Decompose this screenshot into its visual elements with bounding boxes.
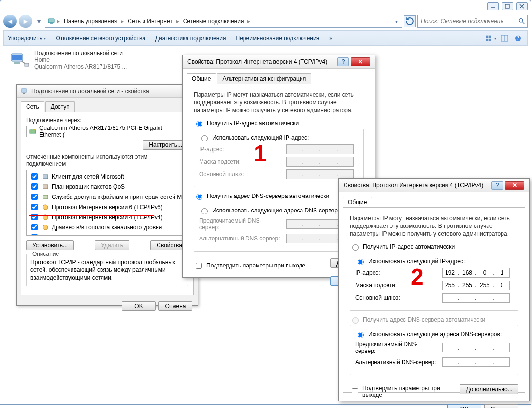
minimize-button[interactable] [487,2,499,10]
list-item[interactable]: Ответчик обнаружения топологии канальног… [27,232,188,236]
cancel-button[interactable]: Отмена [158,301,192,311]
breadcrumb[interactable]: Панель управления [62,18,119,25]
tab-access[interactable]: Доступ [45,101,75,112]
checkbox[interactable] [31,214,38,220]
components-label: Отмеченные компоненты используются этим … [26,154,188,167]
svg-rect-7 [489,36,491,38]
list-item[interactable]: Клиент для сетей Microsoft [27,171,188,182]
breadcrumb[interactable]: Сеть и Интернет [126,18,174,25]
ip-input: ... [286,144,354,154]
network-icon [21,87,29,95]
dns2-input[interactable]: ... [442,357,510,367]
search-icon[interactable] [518,18,525,25]
dialog-title: Подключение по локальной сети - свойства [31,88,149,95]
svg-point-26 [43,205,48,210]
checkbox[interactable] [31,194,38,200]
preview-pane-button[interactable] [499,33,510,43]
protocol-icon [42,204,49,211]
radio-manual-ip[interactable]: Использовать следующий IP-адрес: [199,134,359,141]
adapter-box: Qualcomm Atheros AR8171/8175 PCI-E Gigab… [26,126,188,137]
list-item[interactable]: Планировщик пакетов QoS [27,182,188,192]
ok-button[interactable]: OK [447,404,481,408]
checkbox[interactable] [31,183,38,190]
close-button[interactable]: ✕ [505,181,524,190]
gateway-input[interactable]: ... [442,293,510,303]
search-input[interactable] [420,17,518,25]
svg-rect-19 [23,93,25,94]
list-item[interactable]: Служба доступа к файлам и принтерам сете… [27,192,188,202]
organize-menu[interactable]: Упорядочить▾ [8,35,46,42]
radio-manual-dns[interactable]: Использовать следующие адреса DNS-сервер… [355,330,513,338]
list-item[interactable]: Драйвер в/в тополога канального уровня [27,222,188,232]
rename-button[interactable]: Переименование подключения [236,35,320,42]
diagnose-button[interactable]: Диагностика подключения [155,35,226,42]
close-button[interactable]: ✕ [351,57,370,66]
svg-rect-23 [43,175,48,179]
checkbox[interactable] [31,173,38,180]
mask-label: Маска подсети: [355,282,437,289]
radio-auto-ip[interactable]: Получить IP-адрес автоматически [350,243,518,251]
close-button[interactable] [516,2,528,10]
dialog-title-bar[interactable]: Свойства: Протокол Интернета версии 4 (T… [339,179,529,192]
connection-name: Подключение по локальной сети [34,50,127,56]
mask-input[interactable]: 255.255.255.0 [442,281,510,290]
address-dropdown-icon[interactable]: ▾ [393,19,400,24]
svg-point-29 [43,235,48,236]
checkbox[interactable] [31,234,38,236]
address-bar[interactable]: ▶ Панель управления ▶ Сеть и Интернет ▶ … [45,15,402,28]
dialog-title-bar[interactable]: Подключение по локальной сети - свойства [17,85,198,98]
ip-label: IP-адрес: [199,146,281,153]
checkbox[interactable] [31,204,38,210]
tab-alternative[interactable]: Альтернативная конфигурация [217,73,311,84]
svg-rect-15 [12,55,22,60]
radio-manual-dns[interactable]: Использовать следующие адреса DNS-сервер… [199,207,359,214]
help-button[interactable]: ? [491,181,503,190]
components-list[interactable]: Клиент для сетей Microsoft Планировщик п… [26,170,188,236]
view-options-button[interactable]: ▾ [486,33,496,43]
description-group: Описание Протокол TCP/IP - стандартный п… [26,254,188,286]
advanced-button[interactable]: Дополнительно... [460,384,518,394]
validate-checkbox[interactable]: Подтвердить параметры при выходе [350,385,460,398]
dns1-input[interactable]: ... [442,343,510,352]
ok-button[interactable]: OK [122,301,156,311]
tab-general[interactable]: Общие [343,197,372,207]
list-item[interactable]: Протокол Интернета версии 6 (TCP/IPv6) [27,202,188,212]
disable-device-button[interactable]: Отключение сетевого устройства [56,35,145,42]
forward-button[interactable]: ► [19,15,32,28]
svg-rect-3 [50,23,53,24]
back-button[interactable]: ◄ [3,15,17,28]
install-button[interactable]: Установить... [26,240,74,250]
chevron-right-icon: ▶ [247,19,250,24]
radio-auto-ip[interactable]: Получить IP-адрес автоматически [194,119,364,127]
search-box[interactable] [417,15,528,28]
tab-network[interactable]: Сеть [21,101,44,112]
tab-general[interactable]: Общие [187,73,216,84]
maximize-button[interactable] [502,2,513,10]
validate-checkbox[interactable]: Подтвердить параметры при выходе [194,261,305,270]
description-text: Протокол TCP/IP - стандартный протокол г… [30,258,184,282]
checkbox[interactable] [31,224,38,230]
breadcrumb[interactable]: Сетевые подключения [181,18,246,25]
dialog-title-bar[interactable]: Свойства: Протокол Интернета версии 4 (T… [183,55,375,69]
uninstall-button[interactable]: Удалить [95,240,129,250]
help-button[interactable]: ? [513,33,523,43]
ipv4-properties-dialog-2: Свойства: Протокол Интернета версии 4 (T… [338,178,530,401]
lan-properties-dialog: Подключение по локальной сети - свойства… [16,84,198,306]
chevron-right-icon: ▶ [121,19,124,24]
connection-info: Подключение по локальной сети Home Qualc… [34,50,127,70]
configure-button[interactable]: Настроить... [143,140,188,150]
window-controls [487,2,528,10]
svg-point-4 [519,19,523,22]
radio-manual-ip[interactable]: Использовать следующий IP-адрес: [355,257,513,265]
ip-input[interactable]: 192.168.0.1 [442,268,510,278]
cancel-button[interactable]: Отмена [484,404,518,408]
history-dropdown[interactable]: ▾ [34,15,43,28]
dialog-title: Свойства: Протокол Интернета версии 4 (T… [187,58,327,65]
annotation-1: 1 [254,140,267,167]
svg-rect-21 [31,129,32,130]
svg-rect-22 [33,129,35,130]
help-button[interactable]: ? [337,57,349,66]
refresh-button[interactable] [404,15,416,27]
list-item-ipv4[interactable]: Протокол Интернета версии 4 (TCP/IPv4) [27,212,188,222]
toolbar-overflow[interactable]: » [329,35,332,42]
